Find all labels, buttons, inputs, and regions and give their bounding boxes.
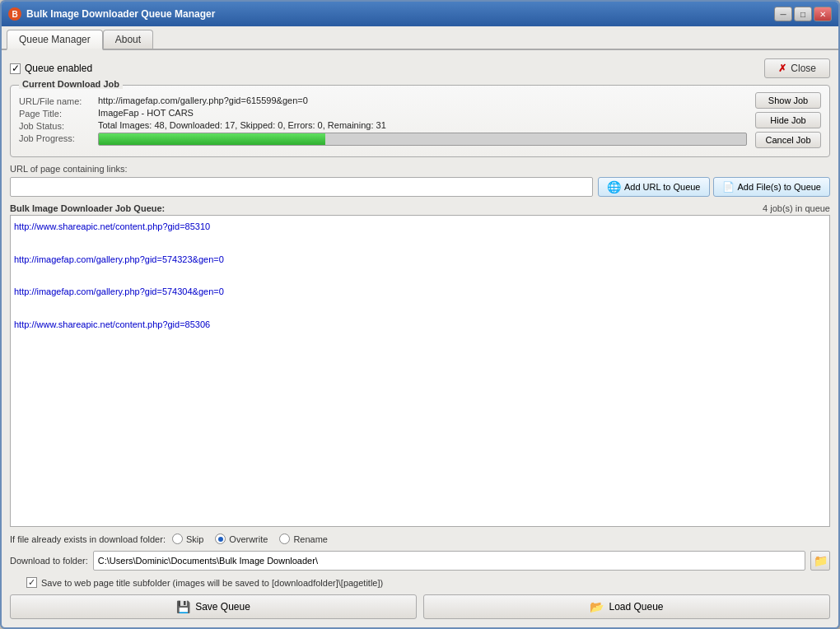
current-job-title: Current Download Job — [19, 79, 123, 89]
bottom-buttons: 💾 Save Queue 📂 Load Queue — [10, 594, 830, 619]
add-url-button[interactable]: 🌐 Add URL to Queue — [598, 177, 710, 197]
queue-header: Bulk Image Downloader Job Queue: 4 job(s… — [10, 203, 830, 213]
maximize-button[interactable]: □ — [794, 7, 812, 21]
queue-enabled-checkbox[interactable]: ✓ — [10, 63, 21, 74]
list-item: http://imagefap.com/gallery.php?gid=5743… — [14, 252, 826, 268]
folder-row: Download to folder: 📁 — [10, 551, 830, 571]
list-item: http://imagefap.com/gallery.php?gid=5743… — [14, 284, 826, 301]
close-button[interactable]: ✗ Close — [764, 58, 830, 78]
radio-rename-label: Rename — [293, 534, 328, 544]
job-details: URL/File name: http://imagefap.com/galle… — [19, 92, 747, 148]
url-input[interactable] — [10, 177, 593, 197]
job-progress-label: Job Progress: — [19, 133, 93, 146]
queue-buttons: 🌐 Add URL to Queue 📄 Add File(s) to Queu… — [598, 177, 830, 197]
url-label: URL/File name: — [19, 96, 93, 106]
radio-skip[interactable]: Skip — [172, 533, 203, 544]
window-close-button[interactable]: ✕ — [814, 7, 832, 21]
cancel-job-button[interactable]: Cancel Job — [755, 132, 821, 148]
load-queue-label: Load Queue — [609, 601, 663, 613]
queue-enabled-label: Queue enabled — [25, 63, 92, 74]
subfolder-label: Save to web page title subfolder (images… — [41, 578, 383, 588]
url-section-label: URL of page containing links: — [10, 164, 830, 174]
radio-overwrite[interactable]: Overwrite — [215, 533, 268, 544]
file-exists-label: If file already exists in download folde… — [10, 534, 166, 544]
file-icon: 📄 — [722, 181, 735, 193]
page-title-value: ImageFap - HOT CARS — [98, 108, 747, 119]
title-bar-buttons: ─ □ ✕ — [774, 7, 832, 21]
job-buttons: Show Job Hide Job Cancel Job — [755, 92, 821, 148]
progress-bar-fill — [99, 133, 325, 145]
list-item: http://www.shareapic.net/content.php?gid… — [14, 219, 826, 235]
radio-overwrite-label: Overwrite — [229, 534, 268, 544]
folder-input[interactable] — [93, 551, 805, 571]
job-table: URL/File name: http://imagefap.com/galle… — [19, 96, 747, 146]
queue-list[interactable]: http://www.shareapic.net/content.php?gid… — [10, 215, 830, 527]
current-job-inner: URL/File name: http://imagefap.com/galle… — [19, 92, 821, 148]
close-x-icon: ✗ — [778, 63, 786, 74]
page-title-label: Page Title: — [19, 108, 93, 119]
window-title: Bulk Image Downloader Queue Manager — [26, 8, 215, 20]
tab-bar: Queue Manager About — [2, 26, 838, 50]
radio-skip-label: Skip — [186, 534, 203, 544]
save-queue-label: Save Queue — [195, 601, 250, 613]
radio-skip-button[interactable] — [172, 533, 183, 544]
jobs-count: 4 job(s) in queue — [763, 203, 830, 213]
file-exists-row: If file already exists in download folde… — [10, 533, 830, 544]
load-queue-button[interactable]: 📂 Load Queue — [423, 594, 830, 619]
save-queue-button[interactable]: 💾 Save Queue — [10, 594, 417, 619]
main-window: B Bulk Image Downloader Queue Manager ─ … — [0, 0, 840, 629]
radio-overwrite-button[interactable] — [215, 533, 226, 544]
top-row: ✓ Queue enabled ✗ Close — [10, 58, 830, 78]
title-bar-left: B Bulk Image Downloader Queue Manager — [8, 7, 215, 21]
url-section: URL of page containing links: 🌐 Add URL … — [10, 164, 830, 197]
add-url-label: Add URL to Queue — [624, 182, 701, 192]
folder-browse-button[interactable]: 📁 — [810, 551, 830, 571]
save-icon: 💾 — [176, 600, 190, 613]
job-status-value: Total Images: 48, Downloaded: 17, Skippe… — [98, 120, 747, 131]
close-button-label: Close — [791, 63, 816, 74]
main-content: ✓ Queue enabled ✗ Close Current Download… — [2, 50, 838, 627]
hide-job-button[interactable]: Hide Job — [755, 112, 821, 128]
queue-label: Bulk Image Downloader Job Queue: — [10, 203, 165, 213]
add-file-button[interactable]: 📄 Add File(s) to Queue — [713, 177, 831, 197]
queue-enabled-row: ✓ Queue enabled — [10, 63, 92, 74]
subfolder-checkbox[interactable]: ✓ — [26, 577, 37, 588]
title-bar: B Bulk Image Downloader Queue Manager ─ … — [2, 2, 838, 26]
show-job-button[interactable]: Show Job — [755, 92, 821, 109]
minimize-button[interactable]: ─ — [774, 7, 792, 21]
current-job-group: Current Download Job URL/File name: http… — [10, 85, 830, 157]
load-icon: 📂 — [590, 600, 604, 613]
url-value: http://imagefap.com/gallery.php?gid=6155… — [98, 96, 747, 106]
folder-label: Download to folder: — [10, 556, 88, 566]
progress-row — [98, 133, 747, 146]
tab-queue-manager[interactable]: Queue Manager — [7, 30, 103, 50]
url-row: 🌐 Add URL to Queue 📄 Add File(s) to Queu… — [10, 177, 830, 197]
app-icon: B — [8, 7, 21, 21]
add-file-label: Add File(s) to Queue — [738, 182, 822, 192]
radio-group: Skip Overwrite Rename — [172, 533, 328, 544]
radio-rename[interactable]: Rename — [279, 533, 328, 544]
progress-bar-container — [98, 133, 747, 146]
globe-icon: 🌐 — [607, 180, 621, 193]
list-item: http://www.shareapic.net/content.php?gid… — [14, 317, 826, 333]
tab-about[interactable]: About — [103, 30, 153, 49]
radio-rename-button[interactable] — [279, 533, 290, 544]
subfolder-row: ✓ Save to web page title subfolder (imag… — [10, 577, 830, 588]
job-status-label: Job Status: — [19, 120, 93, 131]
queue-section: Bulk Image Downloader Job Queue: 4 job(s… — [10, 203, 830, 527]
